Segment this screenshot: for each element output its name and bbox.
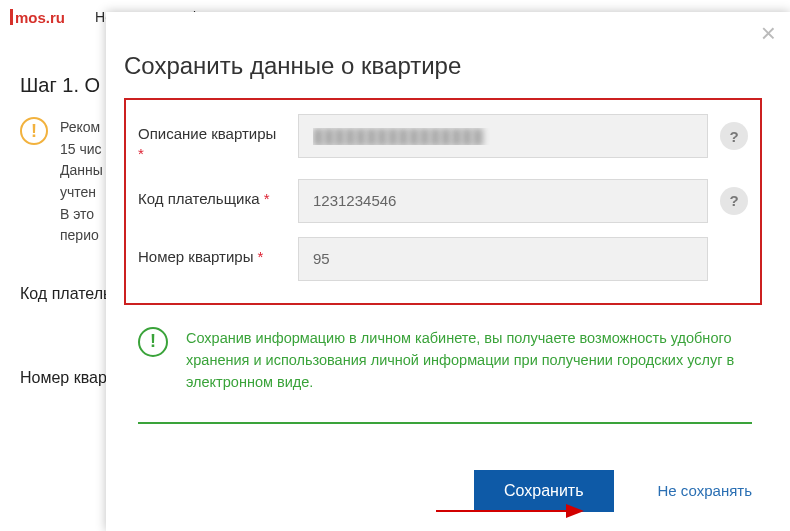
label-apartment: Номер квартиры * [138, 237, 286, 267]
row-apartment: Номер квартиры * ? [138, 237, 748, 281]
input-apartment-number[interactable] [298, 237, 708, 281]
modal-overlay: × Сохранить данные о квартире Описание к… [0, 0, 790, 531]
save-apartment-modal: × Сохранить данные о квартире Описание к… [106, 12, 790, 531]
input-payer-code[interactable] [298, 179, 708, 223]
save-button[interactable]: Сохранить [474, 470, 614, 512]
info-text: Сохранив информацию в личном кабинете, в… [186, 327, 752, 394]
modal-actions: Сохранить Не сохранять [124, 470, 762, 512]
label-payer: Код плательщика * [138, 179, 286, 209]
info-block: ! Сохранив информацию в личном кабинете,… [138, 327, 752, 424]
label-apartment-text: Номер квартиры [138, 248, 253, 265]
input-description[interactable] [298, 114, 708, 158]
label-description-text: Описание квартиры [138, 125, 276, 142]
label-description: Описание квартиры * [138, 114, 286, 165]
row-description: Описание квартиры * ? [138, 114, 748, 165]
modal-title: Сохранить данные о квартире [124, 52, 762, 80]
row-payer: Код плательщика * ? [138, 179, 748, 223]
info-icon: ! [138, 327, 168, 357]
required-mark: * [138, 145, 144, 162]
label-payer-text: Код плательщика [138, 190, 260, 207]
cancel-link[interactable]: Не сохранять [658, 482, 752, 499]
required-mark: * [264, 190, 270, 207]
form-highlight-box: Описание квартиры * ? Код плательщика * … [124, 98, 762, 305]
close-icon[interactable]: × [761, 22, 776, 44]
help-icon[interactable]: ? [720, 187, 748, 215]
required-mark: * [258, 248, 264, 265]
help-icon[interactable]: ? [720, 122, 748, 150]
